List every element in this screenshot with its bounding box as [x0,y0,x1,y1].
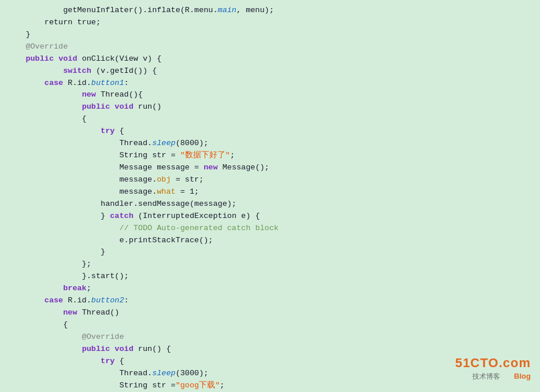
code-line: }; [0,258,540,271]
code-line: break; [0,283,540,295]
code-line: case R.id.button2: [0,295,540,307]
code-line: public void onClick(View v) { [0,53,540,65]
code-line: @Override [0,41,540,53]
code-line: }.start(); [0,271,540,283]
code-line: } [0,29,540,41]
code-line: getMenuInflater().inflate(R.menu.main, m… [0,5,540,17]
watermark-subtitle: 技术博客 Blog [455,372,531,382]
watermark: 51CTO.com 技术博客 Blog [455,356,531,382]
code-line: { [0,319,540,331]
code-block: getMenuInflater().inflate(R.menu.main, m… [0,5,540,392]
code-line: message.obj = str; [0,174,540,186]
code-line: @Override [0,331,540,343]
code-line: Thread.sleep(8000); [0,138,540,150]
code-container: getMenuInflater().inflate(R.menu.main, m… [0,0,540,392]
code-line: handler.sendMessage(message); [0,198,540,210]
code-line: new Thread(){ [0,89,540,101]
code-line: return true; [0,17,540,29]
code-line: { [0,113,540,125]
code-line: // TODO Auto-generated catch block [0,223,540,235]
code-line: } catch (InterruptedException e) { [0,210,540,223]
code-line: new Thread() [0,307,540,319]
code-line: try { [0,125,540,138]
code-line: } [0,246,540,258]
code-line: case R.id.button1: [0,77,540,90]
code-line: message.what = 1; [0,186,540,198]
watermark-site: 51CTO.com [455,356,531,371]
code-line: String str = "数据下好了"; [0,150,540,162]
code-line: public void run() [0,101,540,113]
code-line: e.printStackТrace(); [0,235,540,247]
code-line: Message message = new Message(); [0,162,540,174]
code-line: switch (v.getId()) { [0,65,540,77]
code-line: public void run() { [0,343,540,356]
